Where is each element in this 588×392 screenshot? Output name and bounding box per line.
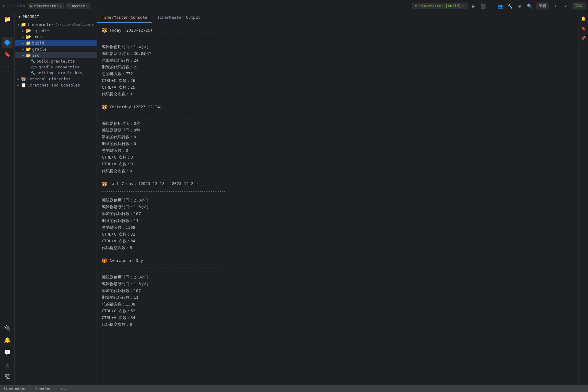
console-line-today-7: 代码提交次数：3	[102, 91, 573, 98]
tools-icon[interactable]: 🔧	[506, 3, 513, 10]
rg-bell-icon[interactable]: 🔔	[580, 15, 587, 22]
tree-item-src[interactable]: ▶ 📂 src	[15, 52, 97, 58]
more-actions[interactable]: ⋮	[489, 3, 495, 10]
tree-item-run[interactable]: ▶ 📂 .run	[15, 34, 97, 40]
tree-label-gradle: .gradle	[32, 29, 49, 33]
sidebar-header[interactable]: ▼ Project ⋯	[15, 12, 97, 21]
tree-label-gradle-props: gradle.properties	[39, 65, 79, 69]
activity-folder-icon[interactable]: 📁	[2, 13, 13, 25]
console-line-yesterday-1: 编辑器活跃时间：0秒	[102, 127, 573, 134]
console-line-yesterday-5: CTRL+C 次数：0	[102, 154, 573, 161]
main-layout: 📁 ⑂ 🔷 🔖 ⋯ 🔌 🔔 💬 ⚠ 🏗 ▼ Project ⋯ ▼ 📁 time…	[0, 12, 588, 385]
activity-plugin-icon[interactable]: 🔌	[2, 322, 13, 333]
activity-chat-icon[interactable]: 💬	[2, 347, 13, 358]
console-line-today-1: 编辑器活跃时间：36.0分钟	[102, 50, 573, 57]
console-line-today-4: 总的键入数：772	[102, 71, 573, 77]
status-bar: timermaster › ⑂ master › src	[0, 385, 588, 392]
console-line-last7days-3: 删除的代码行数：11	[102, 217, 573, 224]
size-indicator: 1920 × 1080	[2, 4, 25, 8]
console-line-avgday-5: CTRL+C 次数：32	[102, 308, 573, 314]
settings-icon[interactable]: ⚙	[516, 3, 523, 10]
sidebar-header-label: Project	[23, 15, 39, 19]
activity-dots-icon[interactable]: ⋯	[2, 60, 13, 71]
section-emoji-today: 🐯	[102, 27, 107, 34]
activity-bookmark-icon[interactable]: 🔖	[2, 48, 13, 60]
console-line-last7days-5: CTRL+C 次数：32	[102, 231, 573, 238]
activity-active-icon[interactable]: 🔷	[2, 37, 13, 48]
tree-item-gradle[interactable]: ▶ 📂 .gradle	[15, 28, 97, 34]
stop-button[interactable]: ⬛	[479, 3, 486, 10]
section-title-yesterday: Yesterday (2023-12-24)	[109, 104, 162, 110]
build-indicator[interactable]: ⚙ timermaster [build] ▾	[412, 3, 468, 9]
tree-item-settings-gradle[interactable]: 🔧 settings.gradle.kts	[15, 70, 97, 76]
console-divider-avgday: ----------------------------------------…	[102, 265, 573, 271]
console-line-yesterday-6: CTRL+V 次数：0	[102, 161, 573, 167]
activity-notify-icon[interactable]: 🔔	[2, 334, 13, 345]
console-section-avgday: 🎁Average of Day-------------------------…	[102, 257, 573, 328]
project-name: timermaster	[34, 4, 58, 8]
tree-label-gradle2: gradle	[32, 47, 47, 52]
title-bar: 1920 × 1080 ▶ timermaster ▾ ⑂ master ▾ ⚙…	[0, 0, 588, 12]
activity-git-icon[interactable]: ⑂	[2, 25, 13, 36]
console-line-avgday-0: 编辑器使用时间：2.0小时	[102, 274, 573, 281]
console-line-last7days-6: CTRL+V 次数：34	[102, 238, 573, 244]
console-line-avgday-3: 删除的代码行数：11	[102, 294, 573, 301]
tree-item-scratches[interactable]: ▶ 📋 Scratches and Consoles	[15, 82, 97, 88]
console-content[interactable]: 🐯Today (2023-12-25)---------------------…	[97, 23, 578, 385]
console-section-header-last7days: 🐯Last 7 days (2023-12-18 - 2023-12-24)	[102, 181, 573, 187]
console-divider-today: ----------------------------------------…	[102, 35, 573, 41]
tab-output[interactable]: TimerMaster Output	[152, 12, 205, 23]
tree-item-gradle2[interactable]: ▶ 📂 gradle	[15, 46, 97, 52]
rg-bookmark-icon[interactable]: 🔖	[580, 25, 587, 32]
section-title-last7days: Last 7 days (2023-12-18 - 2023-12-24)	[109, 181, 198, 187]
console-line-avgday-2: 添加的代码行数：107	[102, 287, 573, 294]
console-line-yesterday-3: 删除的代码行数：0	[102, 140, 573, 147]
tree-item-build[interactable]: ▶ 📁 build	[15, 40, 97, 46]
status-src[interactable]: src	[60, 386, 67, 390]
tree-item-build-gradle[interactable]: 🔧 build.gradle.kts	[15, 58, 97, 64]
status-branch[interactable]: ⑂ master	[35, 386, 51, 390]
console-line-last7days-4: 总的键入数：1308	[102, 224, 573, 231]
console-line-last7days-7: 代码提交次数：8	[102, 244, 573, 251]
run-button[interactable]: ▶	[470, 3, 477, 10]
activity-bar: 📁 ⑂ 🔷 🔖 ⋯ 🔌 🔔 💬 ⚠ 🏗	[0, 12, 15, 385]
people-icon[interactable]: 👥	[497, 3, 503, 10]
status-project[interactable]: timermaster	[4, 386, 26, 390]
project-selector[interactable]: ▶ timermaster ▾	[28, 3, 64, 9]
status-branch-label: master	[39, 386, 51, 390]
sidebar-tree: ▼ 📁 timermaster D:\code\blog\timerm ▶ 📂 …	[15, 21, 97, 385]
tree-label-build: build	[32, 41, 44, 45]
rg-pin-icon[interactable]: 📌	[580, 34, 587, 42]
status-src-label: src	[60, 386, 67, 390]
title-bar-left: 1920 × 1080 ▶ timermaster ▾ ⑂ master ▾	[2, 3, 410, 9]
console-section-header-avgday: 🎁Average of Day	[102, 257, 573, 264]
console-section-yesterday: 🐯Yesterday (2023-12-24)-----------------…	[102, 104, 573, 174]
activity-build-icon[interactable]: 🏗	[2, 371, 13, 382]
status-project-label: timermaster	[4, 386, 26, 390]
tab-console[interactable]: TimerMaster Console	[97, 12, 152, 23]
sidebar: ▼ Project ⋯ ▼ 📁 timermaster D:\code\blog…	[15, 12, 97, 385]
close-icon[interactable]: ✕	[562, 3, 569, 10]
activity-warning-icon[interactable]: ⚠	[2, 359, 13, 370]
console-line-today-2: 添加的代码行数：24	[102, 57, 573, 64]
tree-item-gradle-props[interactable]: </> gradle.properties	[15, 64, 97, 70]
console-line-today-5: CTRL+C 次数：26	[102, 77, 573, 84]
build-label: timermaster [build]	[419, 4, 461, 8]
tree-label-settings-gradle: settings.gradle.kts	[36, 71, 82, 75]
console-line-today-6: CTRL+V 次数：25	[102, 84, 573, 91]
section-emoji-avgday: 🎁	[102, 257, 107, 264]
branch-selector[interactable]: ⑂ master ▾	[66, 3, 90, 9]
console-line-avgday-4: 总的键入数：1308	[102, 301, 573, 308]
tree-label-src: src	[32, 53, 39, 58]
tree-item-external-libs[interactable]: ▶ 📚 External Libraries	[15, 76, 97, 82]
edit-button[interactable]: 编辑	[536, 2, 549, 10]
right-gutter: 🔔 🔖 📌	[578, 12, 588, 385]
console-line-last7days-2: 添加的代码行数：107	[102, 210, 573, 217]
complete-button[interactable]: 完成	[572, 2, 586, 10]
search-icon[interactable]: 🔍	[526, 3, 533, 10]
console-line-yesterday-2: 添加的代码行数：0	[102, 134, 573, 140]
console-line-yesterday-4: 总的键入数：0	[102, 147, 573, 154]
title-bar-right: 👥 🔧 ⚙ 🔍 编辑 ⬇ ✕ 完成	[497, 2, 586, 10]
tree-item-timermaster[interactable]: ▼ 📁 timermaster D:\code\blog\timerm	[15, 21, 97, 28]
download-icon[interactable]: ⬇	[552, 3, 559, 10]
